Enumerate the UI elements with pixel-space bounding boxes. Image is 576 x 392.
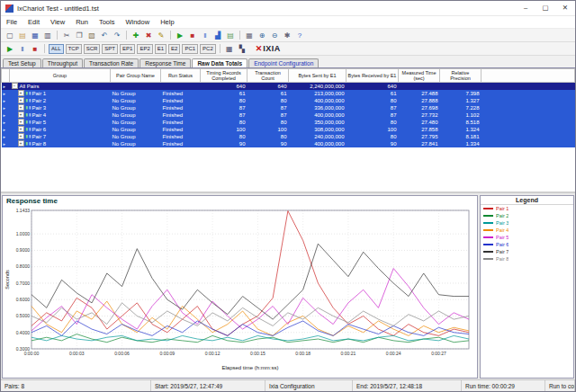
tree-expand-icon[interactable]: + bbox=[18, 111, 24, 118]
menu-window[interactable]: Window bbox=[120, 18, 155, 26]
view-button-pc2[interactable]: PC2 bbox=[200, 44, 216, 54]
add-pair-icon[interactable]: ✚ bbox=[130, 31, 142, 40]
tree-expand-icon[interactable]: + bbox=[18, 104, 24, 111]
pause-icon[interactable]: ‖ bbox=[200, 31, 212, 40]
col-header-timing-records-completed[interactable]: Timing Records Completed bbox=[201, 69, 248, 83]
svg-text:0:00:09: 0:00:09 bbox=[159, 351, 175, 356]
chart-view-icon[interactable]: ▚ bbox=[236, 44, 248, 54]
menu-view[interactable]: View bbox=[45, 18, 70, 26]
menu-file[interactable]: File bbox=[1, 18, 22, 26]
legend-item-pair-3[interactable]: Pair 3 bbox=[481, 219, 573, 227]
legend-swatch-icon bbox=[483, 208, 493, 209]
edit-icon[interactable]: ✎ bbox=[156, 31, 167, 40]
undo-icon[interactable]: ↶ bbox=[99, 31, 111, 40]
table-row-pair-2[interactable]: ▸+▮▮Pair 2No GroupFinished8080400,000,00… bbox=[2, 97, 575, 104]
tree-expand-icon[interactable]: + bbox=[18, 97, 24, 103]
table-row-pair-3[interactable]: ▸+▮▮Pair 3No GroupFinished8787336,000,00… bbox=[2, 104, 575, 111]
run-test-icon[interactable]: ▶ bbox=[4, 44, 16, 54]
minimize-button[interactable]: – bbox=[516, 1, 536, 15]
tab-test-setup[interactable]: Test Setup bbox=[3, 58, 41, 67]
col-header-bytes-received-by-e1[interactable]: Bytes Received by E1 bbox=[346, 69, 399, 83]
open-icon[interactable]: ▤ bbox=[17, 31, 29, 40]
new-test-icon[interactable]: ▢ bbox=[4, 31, 16, 40]
legend-item-pair-1[interactable]: Pair 1 bbox=[481, 205, 573, 212]
paste-icon[interactable]: ▧ bbox=[86, 31, 98, 40]
col-header-measured-time-sec[interactable]: Measured Time (sec) bbox=[399, 69, 440, 83]
tree-expand-icon[interactable]: + bbox=[18, 140, 24, 147]
settings-icon[interactable]: ✱ bbox=[282, 31, 293, 40]
view-button-pc1[interactable]: PC1 bbox=[182, 44, 198, 54]
table-row-all-pairs[interactable]: ▸−All Pairs6406402,240,000,000640 bbox=[2, 83, 575, 91]
stop-icon[interactable]: ■ bbox=[187, 31, 199, 40]
tree-collapse-icon[interactable]: − bbox=[12, 83, 18, 89]
menu-edit[interactable]: Edit bbox=[22, 18, 45, 26]
legend-swatch-icon bbox=[483, 229, 493, 231]
view-button-scr[interactable]: SCR bbox=[84, 44, 101, 54]
legend-item-pair-2[interactable]: Pair 2 bbox=[481, 212, 573, 219]
print-icon[interactable]: ▥ bbox=[42, 31, 54, 40]
table-row-pair-7[interactable]: ▸+▮▮Pair 7No GroupFinished8080240,000,00… bbox=[2, 133, 575, 140]
table-row-pair-5[interactable]: ▸+▮▮Pair 5No GroupFinished8080350,000,00… bbox=[2, 119, 575, 126]
legend-item-pair-7[interactable]: Pair 7 bbox=[481, 248, 573, 255]
status-bar: Pairs: 8Start: 2019/5/27, 12:47:49Ixia C… bbox=[1, 379, 575, 391]
tab-throughput[interactable]: Throughput bbox=[42, 58, 83, 67]
legend-item-pair-8[interactable]: Pair 8 bbox=[481, 255, 573, 263]
close-button[interactable]: ✕ bbox=[555, 1, 575, 15]
help-icon[interactable]: ? bbox=[294, 31, 306, 40]
table-row-pair-4[interactable]: ▸+▮▮Pair 4No GroupFinished8787400,000,00… bbox=[2, 111, 575, 119]
col-header-blank[interactable] bbox=[2, 69, 10, 83]
view-toolbar: ▶‖■ALLTCPSCRSPTEP1EP2E1E2PC1PC2▦▚✕IXIA bbox=[1, 42, 575, 56]
table-row-pair-6[interactable]: ▸+▮▮Pair 6No GroupFinished100100308,000,… bbox=[2, 126, 575, 133]
grid-icon[interactable]: ▦ bbox=[244, 31, 256, 40]
table-row-pair-8[interactable]: ▸+▮▮Pair 8No GroupFinished9090400,000,00… bbox=[2, 140, 575, 147]
zoom-in-icon[interactable]: ⊕ bbox=[256, 31, 268, 40]
menu-help[interactable]: Help bbox=[155, 18, 179, 26]
legend-item-pair-5[interactable]: Pair 5 bbox=[481, 234, 573, 241]
ixia-logo-x-icon: ✕ bbox=[256, 44, 263, 53]
cut-icon[interactable]: ✂ bbox=[61, 31, 73, 40]
view-button-spt[interactable]: SPT bbox=[102, 44, 118, 54]
delete-icon[interactable]: ✖ bbox=[143, 31, 155, 40]
view-button-all[interactable]: ALL bbox=[49, 44, 64, 54]
tab-transaction-rate[interactable]: Transaction Rate bbox=[84, 58, 139, 67]
chart-icon[interactable]: ▟ bbox=[212, 31, 224, 40]
stop-test-icon[interactable]: ■ bbox=[30, 44, 41, 54]
pause-test-icon[interactable]: ‖ bbox=[17, 44, 29, 54]
run-icon[interactable]: ▶ bbox=[175, 31, 186, 40]
view-button-ep1[interactable]: EP1 bbox=[120, 44, 135, 54]
legend-item-pair-4[interactable]: Pair 4 bbox=[481, 227, 573, 234]
tree-expand-icon[interactable]: + bbox=[18, 133, 24, 139]
col-header-transaction-count[interactable]: Transaction Count bbox=[248, 69, 289, 83]
svg-text:0:00:03: 0:00:03 bbox=[69, 351, 85, 356]
view-button-ep2[interactable]: EP2 bbox=[137, 44, 152, 54]
report-icon[interactable]: ▤ bbox=[225, 31, 237, 40]
col-header-blank[interactable] bbox=[482, 69, 575, 83]
tab-endpoint-configuration[interactable]: Endpoint Configuration bbox=[248, 58, 319, 67]
legend-label: Pair 3 bbox=[496, 220, 508, 226]
save-icon[interactable]: ▦ bbox=[30, 31, 41, 40]
col-header-pair-group-name[interactable]: Pair Group Name bbox=[111, 69, 161, 83]
menu-run[interactable]: Run bbox=[70, 18, 94, 26]
col-header-group[interactable]: Group bbox=[10, 69, 111, 83]
view-button-tcp[interactable]: TCP bbox=[66, 44, 82, 54]
maximize-button[interactable]: ▢ bbox=[536, 1, 555, 15]
svg-text:0.6000: 0.6000 bbox=[16, 297, 31, 302]
legend-item-pair-6[interactable]: Pair 6 bbox=[481, 241, 573, 248]
view-button-e2[interactable]: E2 bbox=[168, 44, 180, 54]
toolbar-separator bbox=[220, 44, 220, 53]
tab-response-time[interactable]: Response Time bbox=[140, 58, 191, 67]
tree-expand-icon[interactable]: + bbox=[18, 126, 24, 132]
table-row-pair-1[interactable]: ▸+▮▮Pair 1No GroupFinished6161213,000,00… bbox=[2, 90, 575, 97]
col-header-bytes-sent-by-e1[interactable]: Bytes Sent by E1 bbox=[289, 69, 346, 83]
menu-tools[interactable]: Tools bbox=[94, 18, 121, 26]
tab-raw-data-totals[interactable]: Raw Data Totals bbox=[192, 58, 248, 67]
col-header-run-status[interactable]: Run Status bbox=[161, 69, 201, 83]
tree-expand-icon[interactable]: + bbox=[18, 90, 24, 96]
view-button-e1[interactable]: E1 bbox=[155, 44, 166, 54]
tree-expand-icon[interactable]: + bbox=[18, 119, 24, 125]
zoom-out-icon[interactable]: ⊖ bbox=[269, 31, 281, 40]
col-header-relative-precision[interactable]: Relative Precision bbox=[440, 69, 482, 83]
copy-icon[interactable]: ❐ bbox=[74, 31, 86, 40]
grid-view-icon[interactable]: ▦ bbox=[223, 44, 235, 54]
redo-icon[interactable]: ↷ bbox=[112, 31, 123, 40]
